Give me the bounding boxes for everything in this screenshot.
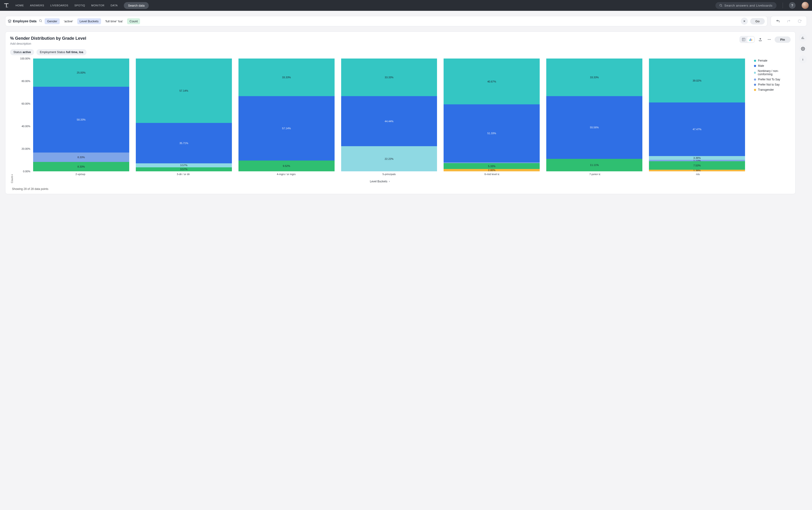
filter-chip[interactable]: Employment Status full time, loa xyxy=(36,49,86,55)
bar-segment[interactable]: 5.33% xyxy=(443,163,540,169)
answer-description[interactable]: Add description xyxy=(10,42,736,45)
bar-segment[interactable]: 2.00% xyxy=(443,169,540,171)
global-search-input[interactable]: Search answers and Liveboards xyxy=(716,2,777,9)
legend-item[interactable]: Transgender xyxy=(754,88,791,91)
close-icon xyxy=(743,20,746,23)
settings-button[interactable] xyxy=(799,45,807,53)
nav-item-answers[interactable]: ANSWERS xyxy=(30,4,44,7)
chart-view-button[interactable] xyxy=(747,37,754,42)
legend-swatch xyxy=(754,72,756,74)
legend-label: Nonbinary / non-comforming xyxy=(758,69,791,76)
x-tick: 4-mgrs / sr mgrs xyxy=(238,173,334,175)
nav-item-home[interactable]: HOME xyxy=(16,4,24,7)
view-mode-toggle xyxy=(740,36,755,43)
nav-item-data[interactable]: DATA xyxy=(111,4,118,7)
filter-chip[interactable]: Status active xyxy=(10,49,34,55)
bar-column[interactable]: 11.11%55.56%33.33% xyxy=(546,58,642,171)
legend-item[interactable]: Prefer Not To Say xyxy=(754,78,791,81)
bar-segment[interactable]: 35.71% xyxy=(136,123,232,163)
chart-config-button[interactable] xyxy=(799,34,807,42)
bar-segment[interactable]: 1.38% xyxy=(649,170,745,171)
nav-item-liveboards[interactable]: LIVEBOARDS xyxy=(50,4,68,7)
query-token[interactable]: 'active' xyxy=(62,18,76,24)
x-axis-label[interactable]: Level Buckets▾ xyxy=(14,180,746,183)
y-axis-label[interactable]: Count ▸ xyxy=(10,58,14,183)
bar-segment[interactable]: 47.47% xyxy=(649,103,745,156)
reset-button[interactable] xyxy=(796,18,803,24)
bar-segment[interactable]: 3.57% xyxy=(136,167,232,171)
query-token[interactable]: Level Buckets xyxy=(77,18,101,24)
bar-column[interactable]: 1.38%7.53%1.23%3.38%47.47%39.02% xyxy=(649,58,745,171)
y-tick: 80.00% xyxy=(22,80,30,83)
bar-segment[interactable]: 57.14% xyxy=(238,96,335,161)
gear-icon xyxy=(801,47,805,51)
bar-segment[interactable]: 33.33% xyxy=(238,58,335,96)
bar-segment[interactable]: 55.56% xyxy=(546,96,642,159)
bar-segment[interactable]: 3.57% xyxy=(136,163,232,167)
go-button[interactable]: Go xyxy=(750,18,765,24)
legend-item[interactable]: Female xyxy=(754,59,791,62)
x-tick: 5-principals xyxy=(341,173,437,175)
bar-segment[interactable]: 58.33% xyxy=(33,87,129,152)
help-button[interactable]: ? xyxy=(789,2,795,9)
query-token[interactable]: Count xyxy=(127,18,140,24)
svg-line-7 xyxy=(41,21,42,22)
x-axis-ticks: 2-vp/svp3-dir / sr dir4-mgrs / sr mgrs5-… xyxy=(32,173,746,175)
bar-segment[interactable] xyxy=(443,162,540,163)
stack-icon xyxy=(8,19,11,23)
data-source-chip[interactable]: Employee Data xyxy=(8,19,36,23)
clear-query-button[interactable] xyxy=(741,18,748,25)
svg-rect-13 xyxy=(749,39,750,41)
bar-segment[interactable]: 33.33% xyxy=(546,58,642,96)
legend-label: Prefer Not to Say xyxy=(758,83,780,86)
bar-segment[interactable]: 9.52% xyxy=(238,161,335,171)
search-data-button[interactable]: Search data xyxy=(124,2,149,9)
bar-segment[interactable]: 57.14% xyxy=(136,58,232,123)
bar-segment[interactable]: 8.33% xyxy=(33,152,129,162)
bar-column[interactable]: 3.57%3.57%35.71%57.14% xyxy=(136,58,232,171)
bar-segment[interactable]: 40.67% xyxy=(443,58,540,104)
table-view-button[interactable] xyxy=(740,37,747,42)
bar-column[interactable]: 9.52%57.14%33.33% xyxy=(238,58,335,171)
nav-item-monitor[interactable]: MONITOR xyxy=(91,4,104,7)
info-button[interactable] xyxy=(799,55,807,63)
nav-item-spotiq[interactable]: SPOTIQ xyxy=(75,4,85,7)
user-avatar[interactable] xyxy=(802,2,809,9)
bar-column[interactable]: 22.22%44.44%33.33% xyxy=(341,58,437,171)
query-search-icon xyxy=(39,19,42,24)
legend-swatch xyxy=(754,79,756,81)
legend-item[interactable]: Prefer Not to Say xyxy=(754,83,791,86)
bar-segment[interactable]: 44.44% xyxy=(341,96,437,146)
query-token[interactable]: 'full time' 'loa' xyxy=(103,18,125,24)
query-token[interactable]: Gender xyxy=(45,18,59,24)
legend-item[interactable]: Male xyxy=(754,64,791,67)
more-actions-button[interactable] xyxy=(766,36,773,43)
bar-segment[interactable]: 11.11% xyxy=(546,159,642,171)
undo-button[interactable] xyxy=(775,18,781,24)
upload-icon xyxy=(758,37,762,41)
legend-label: Transgender xyxy=(758,88,774,91)
brand-logo[interactable] xyxy=(3,2,9,8)
svg-marker-5 xyxy=(8,20,11,21)
bar-segment[interactable]: 8.33% xyxy=(33,162,129,171)
legend-item[interactable]: Nonbinary / non-comforming xyxy=(754,69,791,76)
bar-segment[interactable]: 39.02% xyxy=(649,58,745,103)
svg-point-23 xyxy=(802,48,803,49)
y-axis-ticks: 0.00%20.00%40.00%60.00%80.00%100.00% xyxy=(14,58,32,171)
query-tokens[interactable]: Gender'active'Level Buckets'full time' '… xyxy=(45,18,738,24)
redo-button[interactable] xyxy=(785,18,792,24)
topbar: HOMEANSWERSLIVEBOARDSSPOTIQMONITORDATA S… xyxy=(0,0,812,11)
pin-button[interactable]: Pin xyxy=(775,36,791,43)
bar-segment[interactable]: 22.22% xyxy=(341,146,437,171)
bar-segment[interactable]: 3.38% xyxy=(649,156,745,160)
bar-segment[interactable]: 7.53% xyxy=(649,161,745,170)
export-button[interactable] xyxy=(757,36,764,43)
bar-column[interactable]: 8.33%8.33%58.33%25.00% xyxy=(33,58,129,171)
answer-title[interactable]: % Gender Distribution by Grade Level xyxy=(10,36,736,41)
bar-segment[interactable]: 33.33% xyxy=(341,58,437,96)
legend-swatch xyxy=(754,60,756,62)
bar-segment[interactable]: 1.23% xyxy=(649,160,745,161)
bar-column[interactable]: 2.00%5.33%51.33%40.67% xyxy=(443,58,540,171)
bar-segment[interactable]: 25.00% xyxy=(33,58,129,87)
bar-segment[interactable]: 51.33% xyxy=(443,104,540,162)
